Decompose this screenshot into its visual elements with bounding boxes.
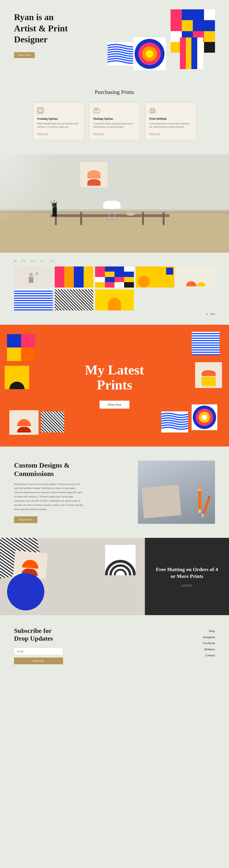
framing-explore-link[interactable]: Explore All — [37, 132, 48, 135]
free-matting-section: Free Matting on Orders of 4 or More Prin… — [0, 538, 229, 615]
year-2021[interactable]: 2021 — [40, 260, 45, 262]
subscribe-title: Subscribe for Drop Updates — [14, 627, 66, 643]
shop-now-button[interactable]: Shop Now — [100, 401, 130, 409]
custom-designs-section: Custom Designs & Commissions Pellentesqu… — [0, 446, 229, 538]
page-next[interactable]: Next — [210, 313, 215, 315]
print-methods-title: Print Methods — [149, 117, 192, 121]
subscribe-section: Subscribe for Drop Updates Subscribe Sho… — [0, 615, 229, 676]
matting-explore-link[interactable]: Explore All — [93, 132, 104, 135]
year-2022[interactable]: 2022 — [49, 260, 54, 262]
footer-nav: Shop Instagram Facebook Behance Contact — [203, 627, 215, 657]
hero-art-circles — [133, 37, 166, 70]
hero-section: Ryan is an Artist & Print Designer Shop … — [0, 0, 229, 82]
scattered-prints-right — [159, 325, 229, 446]
svg-point-7 — [154, 111, 155, 112]
bw-circles-art — [105, 545, 136, 575]
room-photo-section — [0, 154, 229, 253]
hero-art-collage — [108, 9, 215, 70]
footer-link-behance[interactable]: Behance — [203, 647, 215, 651]
print-item[interactable] — [161, 411, 188, 432]
footer-link-shop[interactable]: Shop — [203, 629, 215, 633]
matting-offer-title: Free Matting on Orders of 4 or More Prin… — [154, 566, 220, 580]
custom-text: Custom Designs & Commissions Pellentesqu… — [14, 461, 128, 523]
mat-icon — [93, 107, 136, 115]
subscribe-button[interactable]: Subscribe — [14, 657, 63, 664]
print-item[interactable] — [41, 411, 64, 432]
gallery-item[interactable] — [55, 289, 93, 310]
purchasing-title: Purchasing Prints — [14, 89, 215, 95]
print-item[interactable] — [9, 410, 39, 435]
svg-rect-12 — [29, 277, 33, 283]
latest-prints-title: My Latest Prints — [82, 363, 147, 393]
print-item[interactable] — [192, 404, 217, 430]
cards-row: Framing Options Mauris blandit aliquet e… — [14, 102, 215, 140]
print-methods-desc: Lorem ipsum dolor sit consectetur adipis… — [149, 122, 192, 129]
gallery-item[interactable] — [176, 267, 215, 287]
framing-card-desc: Mauris blandit aliquet elit, eget tincid… — [37, 122, 80, 129]
gallery-item[interactable] — [136, 267, 175, 287]
matting-info-side: Free Matting on Orders of 4 or More Prin… — [145, 538, 229, 615]
latest-prints-section: My Latest Prints Shop Now — [0, 325, 229, 446]
portfolio-section: All 2019 2020 2021 2022 — [0, 253, 229, 325]
room-container — [0, 154, 229, 253]
matting-card-title: Matting Options — [93, 117, 136, 121]
print-methods-card: Print Methods Lorem ipsum dolor sit cons… — [145, 102, 196, 140]
print-methods-explore-link[interactable]: Explore All — [149, 132, 160, 135]
matting-card-desc: Cras ultricies ligula sed magna dictum p… — [93, 122, 136, 129]
year-2019[interactable]: 2019 — [21, 260, 26, 262]
blue-circle-art — [7, 573, 44, 611]
gallery-row-2 — [14, 289, 215, 310]
custom-title: Custom Designs & Commissions — [14, 461, 79, 478]
print-icon — [149, 107, 192, 115]
eames-chair — [103, 201, 121, 220]
room-bowl — [126, 212, 135, 216]
gallery-row-1 — [14, 267, 215, 287]
hero-art-colorstripes — [180, 37, 203, 69]
svg-point-25 — [115, 570, 126, 575]
frame-icon — [37, 107, 80, 115]
learn-more-link[interactable]: Learn More — [181, 584, 192, 587]
footer-link-facebook[interactable]: Facebook — [203, 641, 215, 645]
footer-link-instagram[interactable]: Instagram — [203, 635, 215, 639]
get-in-touch-button[interactable]: Get in Touch — [14, 516, 37, 523]
print-item[interactable] — [195, 362, 222, 388]
custom-desc: Pellentesque in ipsum id orci porta dapi… — [14, 482, 84, 512]
pagination: 1 Next — [14, 313, 215, 315]
gallery-item[interactable] — [95, 289, 134, 310]
gallery-item[interactable] — [14, 289, 53, 310]
svg-rect-8 — [151, 112, 153, 112]
framing-card: Framing Options Mauris blandit aliquet e… — [33, 102, 84, 140]
custom-image — [138, 461, 215, 524]
shop-prints-button[interactable]: Shop Prints — [14, 52, 35, 58]
gallery-item[interactable] — [95, 267, 134, 287]
print-item[interactable] — [7, 334, 35, 361]
latest-prints-text: My Latest Prints Shop Now — [82, 363, 147, 409]
svg-point-13 — [36, 272, 38, 275]
svg-rect-3 — [39, 110, 42, 112]
gallery-item[interactable] — [55, 267, 93, 287]
hero-text: Ryan is an Artist & Print Designer Shop … — [14, 9, 72, 58]
footer-link-contact[interactable]: Contact — [203, 653, 215, 657]
svg-rect-9 — [151, 113, 153, 113]
year-all[interactable]: All — [14, 260, 16, 262]
framing-card-title: Framing Options — [37, 117, 80, 121]
svg-point-11 — [29, 273, 33, 277]
gallery-item[interactable] — [14, 267, 53, 287]
gallery-item-empty — [136, 289, 175, 310]
matting-card: Matting Options Cras ultricies ligula se… — [89, 102, 140, 140]
subscribe-left: Subscribe for Drop Updates Subscribe — [14, 627, 66, 664]
year-2020[interactable]: 2020 — [30, 260, 35, 262]
hero-title: Ryan is an Artist & Print Designer — [14, 12, 72, 45]
scattered-prints-left — [0, 325, 66, 446]
gallery-item-empty — [176, 289, 215, 310]
matting-art-side — [0, 538, 145, 615]
year-nav: All 2019 2020 2021 2022 — [14, 260, 215, 262]
print-item[interactable] — [192, 332, 220, 355]
page-current[interactable]: 1 — [206, 313, 208, 315]
email-input[interactable] — [14, 648, 63, 655]
print-item[interactable] — [5, 366, 29, 389]
wall-art — [80, 162, 108, 188]
purchasing-section: Purchasing Prints Framing Options Mauris… — [0, 82, 229, 154]
